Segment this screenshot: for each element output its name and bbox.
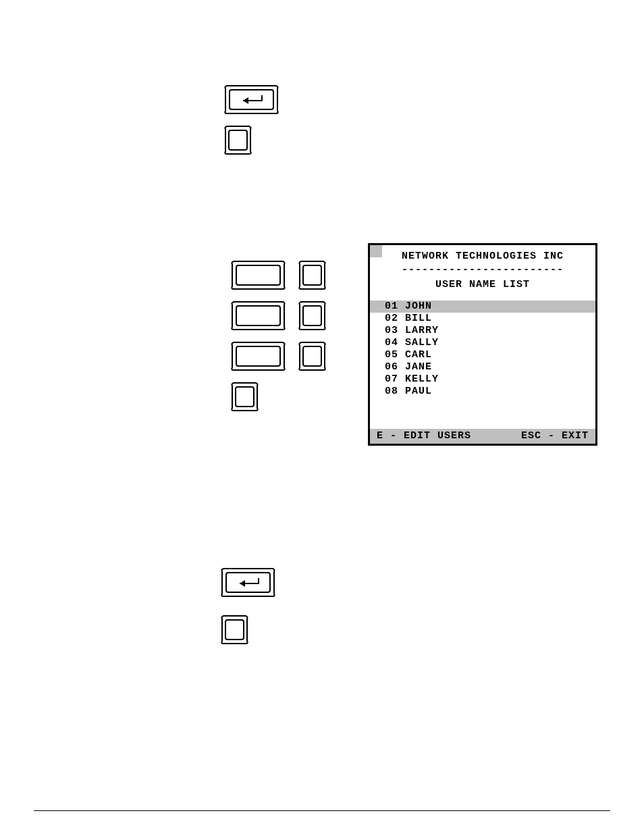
user-list: 01 JOHN02 BILL03 LARRY04 SALLY05 CARL06 … [370, 301, 595, 398]
blank-key-icon [219, 615, 250, 645]
svg-rect-7 [303, 346, 321, 366]
small-key-icon [297, 260, 327, 290]
panel-subtitle: USER NAME LIST [370, 279, 595, 291]
footer-exit-hint: ESC - EXIT [521, 430, 589, 442]
svg-rect-9 [226, 573, 270, 592]
wide-key-icon [230, 301, 287, 331]
enter-key-icon [223, 84, 280, 115]
enter-key-icon [219, 567, 277, 598]
svg-rect-1 [229, 130, 247, 150]
wide-key-icon [230, 341, 287, 371]
svg-rect-8 [236, 387, 254, 407]
svg-rect-0 [230, 90, 273, 109]
small-key-icon [297, 341, 327, 371]
page-rule [34, 810, 610, 811]
svg-rect-10 [225, 620, 244, 640]
svg-rect-4 [236, 306, 280, 325]
user-row[interactable]: 01 JOHN [370, 301, 595, 313]
footer-edit-hint: E - EDIT USERS [377, 430, 471, 442]
panel-footer: E - EDIT USERS ESC - EXIT [370, 429, 595, 444]
svg-rect-6 [236, 346, 280, 366]
blank-key-icon [223, 125, 253, 155]
user-row[interactable]: 04 SALLY [370, 337, 595, 349]
user-row[interactable]: 05 CARL [370, 349, 595, 361]
svg-rect-2 [236, 265, 280, 285]
svg-rect-5 [303, 306, 321, 325]
user-row[interactable]: 08 PAUL [370, 386, 595, 398]
small-key-icon [297, 301, 327, 331]
panel-title: NETWORK TECHNOLOGIES INC [370, 251, 595, 263]
user-row[interactable]: 02 BILL [370, 313, 595, 325]
user-row[interactable]: 03 LARRY [370, 325, 595, 337]
small-key-icon [230, 382, 260, 412]
svg-rect-3 [303, 265, 321, 285]
wide-key-icon [230, 260, 287, 290]
user-row[interactable]: 07 KELLY [370, 373, 595, 386]
user-row[interactable]: 06 JANE [370, 361, 595, 373]
panel-divider: ------------------------ [370, 264, 595, 276]
user-name-list-panel: NETWORK TECHNOLOGIES INC ---------------… [368, 243, 597, 446]
